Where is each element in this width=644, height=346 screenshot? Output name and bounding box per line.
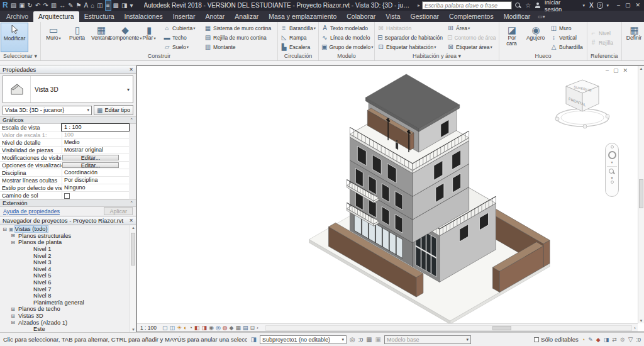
zoom-icon[interactable] [609, 169, 615, 175]
wheel-dropdown-icon[interactable]: ▾ [611, 160, 613, 164]
save-icon[interactable]: ▣ [19, 1, 25, 10]
ribbon-tab[interactable]: Insertar [168, 11, 201, 22]
apply-button[interactable]: Aplicar [104, 207, 133, 215]
settings-icon[interactable]: ⚙ [620, 336, 625, 343]
ribbon-tab[interactable]: Modificar [499, 11, 536, 22]
door-button[interactable]: ▯ Puerta [65, 23, 89, 52]
property-row[interactable]: Estilo por defecto de vis... Ninguno [0, 184, 129, 192]
select-pinned-icon[interactable]: ◆ [596, 336, 601, 343]
model-line-button[interactable]: ∿ Línea de modelo [319, 33, 374, 42]
area-button[interactable]: ⊞ Área ▾ [445, 23, 498, 33]
tree-expander-icon[interactable]: ⊟ [10, 240, 16, 245]
tree-expander-icon[interactable] [25, 260, 31, 265]
tree-item[interactable]: Este [0, 326, 136, 332]
property-row[interactable]: Mostrar líneas ocultas Por disciplina [0, 177, 129, 184]
property-row[interactable]: Disciplina Coordinación [0, 169, 129, 177]
design-options-icon[interactable]: ▦ [366, 336, 372, 343]
tag-icon[interactable]: ⚑ [76, 1, 82, 10]
tree-expander-icon[interactable] [25, 299, 31, 305]
qat-dropdown-icon[interactable]: ▾ [130, 1, 133, 10]
help-icon[interactable]: ? [597, 2, 604, 9]
section-extension[interactable]: Extensión ⌃ [0, 199, 136, 207]
worksets-icon[interactable]: ◨ [250, 336, 256, 343]
ribbon-tab[interactable]: Masa y emplazamiento [264, 11, 341, 22]
sign-in-dropdown-icon[interactable]: ▾ [583, 3, 586, 8]
design-option-dropdown[interactable]: Modelo base▾ [384, 335, 471, 344]
steering-wheel-icon[interactable] [608, 151, 616, 159]
zoom-dropdown-icon[interactable]: ▾ [611, 176, 613, 180]
viewbar-collapse-icon[interactable]: ‹ [257, 325, 258, 331]
tree-item[interactable]: Nivel 1 [0, 246, 136, 253]
restore-icon[interactable]: ▢ [625, 1, 631, 10]
sync-icon[interactable]: ↻ [28, 1, 33, 10]
scrollbar-thumb[interactable] [492, 326, 511, 330]
editable-only-checkbox[interactable]: Sólo editables [534, 336, 579, 343]
tree-expander-icon[interactable]: ⊞ [10, 233, 16, 238]
crop-region-icon[interactable]: ◧ [194, 324, 200, 332]
section-graficos[interactable]: Gráficos ⌃ [0, 116, 136, 124]
ribbon-tab[interactable]: Arquitectura [33, 11, 79, 22]
stair-button[interactable]: ▙ Escalera [279, 42, 318, 52]
properties-header[interactable]: Propiedades ✕ [0, 65, 136, 74]
type-selector[interactable]: Vista 3D ▾ [3, 75, 133, 103]
tree-expander-icon[interactable]: ⊟ [2, 226, 8, 232]
wall-button[interactable]: ▭ Muro▾ [42, 23, 65, 52]
set-workplane-button[interactable]: ▦ Definir [623, 23, 644, 52]
grid-button[interactable]: # Rejilla [588, 38, 616, 47]
redo-icon[interactable]: ↷ [43, 1, 48, 10]
type-selector-dropdown-icon[interactable]: ▾ [124, 87, 133, 92]
help-search-box[interactable] [422, 1, 512, 9]
account-icon[interactable] [535, 3, 540, 8]
editing-requests-icon[interactable]: ◎ [350, 336, 355, 343]
tree-expander-icon[interactable] [25, 280, 31, 286]
ribbon-tab[interactable]: Estructura [79, 11, 119, 22]
search-icon[interactable] [515, 3, 521, 8]
collapse-icon[interactable]: ⌃ [130, 118, 133, 123]
scrollbar-thumb[interactable] [639, 179, 643, 208]
property-row[interactable]: Modificaciones de visibi... Editar... [0, 154, 129, 162]
panel-label-seleccionar[interactable]: Seleccionar ▾ [1, 52, 40, 60]
constraints-icon[interactable]: ⊟ [250, 324, 255, 332]
drag-elements-icon[interactable]: ⇄ [612, 336, 617, 343]
floor-button[interactable]: ▱ Suelo ▾ [162, 42, 202, 52]
model-group-button[interactable]: ▣ Grupo de modelo ▾ [319, 42, 374, 52]
analytical-icon[interactable]: ▤ [243, 324, 248, 332]
switch-windows-icon[interactable]: ◨ [121, 1, 127, 10]
tree-item[interactable]: ⊞ Planos estructurales [0, 233, 136, 240]
vertical-opening-button[interactable]: ↕ Vertical [548, 33, 586, 42]
visual-style-icon[interactable]: ◫ [170, 324, 175, 332]
3d-model-view[interactable] [137, 66, 638, 323]
project-browser-close-icon[interactable]: ✕ [129, 218, 133, 223]
tree-expander-icon[interactable]: ⊟ [10, 320, 16, 325]
workset-dropdown[interactable]: Subproyecto1 (no editable)▾ [260, 335, 347, 344]
tree-item[interactable]: Nivel 3 [0, 259, 136, 266]
view-minimize-icon[interactable]: – [606, 67, 609, 74]
crop-view-icon[interactable]: ▢ [162, 324, 168, 332]
show-crop-icon[interactable]: ◨ [202, 324, 208, 332]
help-dropdown-icon[interactable]: ▾ [606, 3, 609, 8]
tree-expander-icon[interactable]: ⊞ [10, 306, 16, 312]
modify-button[interactable]: Modificar [1, 23, 28, 52]
canvas-vertical-scrollbar[interactable]: ▲ ▼ [638, 66, 644, 323]
lock-view-icon[interactable]: ◉ [209, 324, 214, 332]
close-hidden-icon[interactable]: ▦ [113, 1, 119, 10]
select-by-face-icon[interactable]: ◨ [604, 336, 609, 343]
model-text-button[interactable]: A Texto modelado [319, 23, 374, 33]
select-links-icon[interactable]: ◔ [582, 336, 585, 343]
shadows-icon[interactable]: ◐ [184, 324, 187, 332]
property-row[interactable]: Escala de vista 1 : 100 [0, 124, 129, 131]
railing-button[interactable]: ≡ Barandilla ▾ [279, 23, 318, 33]
tree-item[interactable]: Nivel 7 [0, 286, 136, 293]
rendering-icon[interactable]: ◔ [189, 324, 192, 332]
view-close-icon[interactable]: ✕ [623, 67, 628, 74]
filter-icon[interactable]: ▽ [628, 336, 633, 343]
panel-label-habitacion[interactable]: Habitación y área ▾ [375, 52, 498, 60]
browser-scrollbar[interactable]: ▲ ▼ [130, 225, 136, 332]
property-row[interactable]: Visibilidad de piezas Mostrar original [0, 147, 129, 154]
shaft-button[interactable]: ◉ Agujero [524, 23, 548, 52]
level-button[interactable]: ⌐ Nivel [588, 28, 616, 38]
room-button[interactable]: ⊠ Habitación [375, 23, 445, 33]
tree-item[interactable]: ⊞ Vistas 3D [0, 313, 136, 320]
sun-path-icon[interactable]: ☀ [177, 324, 182, 332]
property-row[interactable]: Nivel de detalle Medio [0, 139, 129, 147]
